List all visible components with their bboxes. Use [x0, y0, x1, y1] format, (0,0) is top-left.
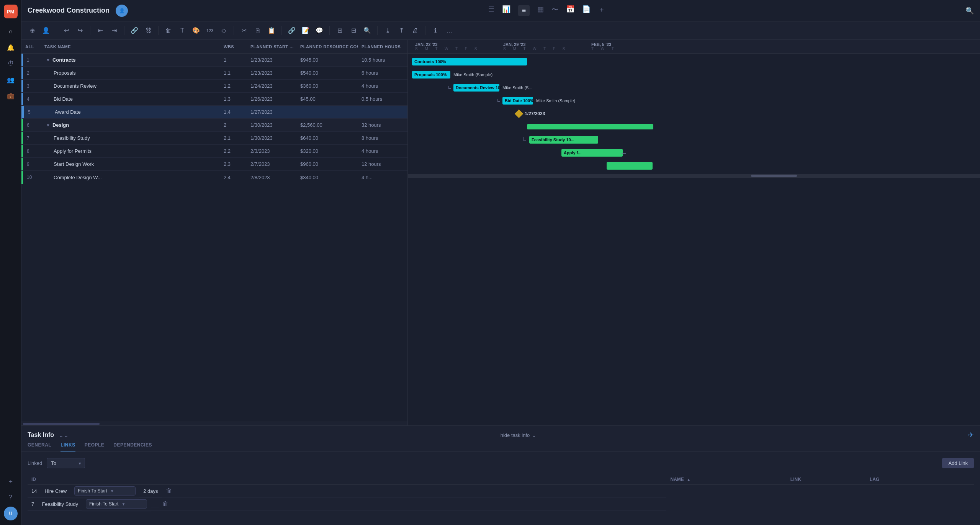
undo-btn[interactable]: ↩	[60, 25, 72, 37]
sidebar-icon-help[interactable]: ?	[4, 491, 18, 504]
view-doc-icon[interactable]: 📄	[582, 5, 591, 16]
delete-link-btn[interactable]: 🗑	[166, 487, 172, 494]
table-header: ALL TASK NAME WBS PLANNED START ... PLAN…	[21, 40, 407, 54]
task-info-tabs: GENERAL LINKS PEOPLE DEPENDENCIES	[21, 439, 980, 452]
row-wbs: 1.1	[220, 70, 247, 76]
name-sort-icon[interactable]: ▲	[687, 478, 690, 482]
sidebar-icon-home[interactable]: ⌂	[4, 25, 18, 38]
view-gantt-icon[interactable]: ≡	[518, 5, 530, 16]
tab-dependencies[interactable]: DEPENDENCIES	[113, 442, 152, 451]
gantt-bar-design[interactable]	[527, 124, 653, 129]
hide-task-info-btn[interactable]: hide task info ⌄	[501, 432, 537, 438]
row-task-name: Start Design Work	[42, 161, 220, 167]
table-row[interactable]: 4 Bid Date 1.3 1/26/2023 $45.00 0.5 hour…	[21, 93, 407, 106]
gantt-bar-permits[interactable]: Apply f...	[561, 149, 623, 157]
cut-btn[interactable]: ✂	[238, 25, 250, 37]
sidebar-icon-people[interactable]: 👥	[4, 73, 18, 87]
text-btn[interactable]: T	[176, 25, 188, 37]
table-row[interactable]: 9 Start Design Work 2.3 2/7/2023 $960.00…	[21, 158, 407, 171]
linked-dropdown[interactable]: To ▼	[47, 458, 85, 468]
link-lag: 2 days	[139, 485, 162, 497]
palette-btn[interactable]: 🎨	[190, 25, 202, 37]
table-row[interactable]: 6 ▼Design 2 1/30/2023 $2,560.00 32 hours	[21, 119, 407, 132]
toolbar-divider-7	[329, 26, 330, 35]
row-resource-cost: $340.00	[296, 175, 358, 180]
import-btn[interactable]: ⤒	[395, 25, 407, 37]
delete-btn[interactable]: 🗑	[162, 25, 175, 37]
table-row[interactable]: 10 Complete Design W... 2.4 2/8/2023 $34…	[21, 171, 407, 184]
link2-btn[interactable]: 🔗	[286, 25, 298, 37]
link-delete-cell: 🗑	[162, 484, 176, 498]
sidebar-icon-add[interactable]: ＋	[4, 474, 18, 488]
gantt-connector-permits	[622, 151, 627, 156]
add-view-icon[interactable]: ＋	[598, 5, 605, 16]
tab-general[interactable]: GENERAL	[28, 442, 51, 451]
link-type-dropdown[interactable]: Finish To Start ▼	[86, 499, 147, 509]
more-btn[interactable]: …	[443, 25, 455, 37]
tab-people[interactable]: PEOPLE	[85, 442, 105, 451]
links-header-lag: LAG	[866, 474, 941, 485]
add-link-button[interactable]: Add Link	[942, 458, 974, 468]
row-task-name: Bid Date	[42, 96, 220, 102]
tab-links[interactable]: LINKS	[61, 442, 75, 451]
gantt-scrollbar[interactable]	[408, 174, 980, 178]
gantt-scroll-thumb[interactable]	[751, 175, 797, 177]
send-icon[interactable]: ✈	[968, 431, 974, 439]
table-row[interactable]: 5 Award Date 1.4 1/27/2023	[21, 106, 407, 119]
row-hours: 8 hours	[358, 135, 407, 141]
indent-btn[interactable]: ⇥	[108, 25, 120, 37]
zoom-btn[interactable]: 🔍	[361, 25, 373, 37]
info-btn[interactable]: ℹ	[429, 25, 442, 37]
comment-btn[interactable]: 💬	[313, 25, 326, 37]
view-wave-icon[interactable]: 〜	[551, 5, 558, 16]
sidebar-icon-avatar[interactable]: U	[4, 507, 18, 520]
unlink-btn[interactable]: ⛓	[142, 25, 154, 37]
main-content: Creekwood Construction 👤 ☰ 📊 ≡ ▦ 〜 📅 📄 ＋…	[21, 0, 980, 525]
table-row[interactable]: 3 Documents Review 1.2 1/24/2023 $360.00…	[21, 80, 407, 93]
view-calendar-icon[interactable]: 📅	[566, 5, 574, 16]
add-resource-btn[interactable]: 👤	[40, 25, 52, 37]
row-start: 2/8/2023	[247, 175, 296, 180]
sidebar-icon-briefcase[interactable]: 💼	[4, 89, 18, 103]
copy-btn[interactable]: ⎘	[252, 25, 264, 37]
print-btn[interactable]: 🖨	[409, 25, 421, 37]
table-scroll-thumb[interactable]	[23, 423, 100, 425]
table-row[interactable]: 2 Proposals 1.1 1/23/2023 $540.00 6 hour…	[21, 67, 407, 80]
redo-btn[interactable]: ↪	[74, 25, 86, 37]
gantt-bar-feasibility[interactable]: Feasibility Study 10...	[529, 136, 598, 144]
add-task-btn[interactable]: ⊕	[26, 25, 38, 37]
outdent-btn[interactable]: ⇤	[94, 25, 106, 37]
gantt-bar-bid[interactable]: Bid Date 100%	[502, 97, 533, 105]
view-table-icon[interactable]: ▦	[537, 5, 544, 16]
table-row[interactable]: 1 ▼Contracts 1 1/23/2023 $945.00 10.5 ho…	[21, 54, 407, 67]
app-logo: PM	[4, 5, 18, 18]
link-btn[interactable]: 🔗	[128, 25, 141, 37]
gantt-connector-docs	[448, 86, 454, 91]
gantt-bar-contracts[interactable]: Contracts 100%	[412, 58, 527, 65]
split-btn[interactable]: ⊞	[334, 25, 346, 37]
123-btn[interactable]: 123	[204, 25, 216, 37]
gantt-week-feb5: FEB, 5 '23 T W T	[588, 42, 620, 51]
row-wbs: 2	[220, 122, 247, 128]
search-icon[interactable]: 🔍	[965, 7, 974, 15]
view-chart-icon[interactable]: 📊	[502, 5, 510, 16]
row-task-name: Award Date	[43, 109, 220, 115]
table-row[interactable]: 8 Apply for Permits 2.2 2/3/2023 $320.00…	[21, 145, 407, 158]
paste-btn[interactable]: 📋	[265, 25, 278, 37]
gantt-bar-proposals[interactable]: Proposals 100%	[412, 71, 450, 79]
gantt-milestone-award[interactable]	[515, 110, 524, 118]
link-type-dropdown[interactable]: Finish To Start ▼	[74, 486, 136, 496]
grid-btn[interactable]: ⊟	[347, 25, 360, 37]
diamond-btn[interactable]: ◇	[218, 25, 230, 37]
gantt-bar-start-design[interactable]	[607, 162, 653, 170]
gantt-bar-docs[interactable]: Documents Review 100%	[453, 84, 499, 92]
table-row[interactable]: 7 Feasibility Study 2.1 1/30/2023 $640.0…	[21, 132, 407, 145]
export-btn[interactable]: ⤓	[381, 25, 394, 37]
notes-btn[interactable]: 📝	[299, 25, 312, 37]
links-table-header-row: ID NAME ▲ LINK LAG	[28, 474, 974, 485]
view-list-icon[interactable]: ☰	[488, 5, 494, 16]
delete-link-btn[interactable]: 🗑	[162, 500, 169, 507]
task-info-collapse-btn[interactable]: ⌄⌄	[59, 432, 69, 439]
sidebar-icon-time[interactable]: ⏱	[4, 57, 18, 70]
sidebar-icon-notifications[interactable]: 🔔	[4, 41, 18, 54]
